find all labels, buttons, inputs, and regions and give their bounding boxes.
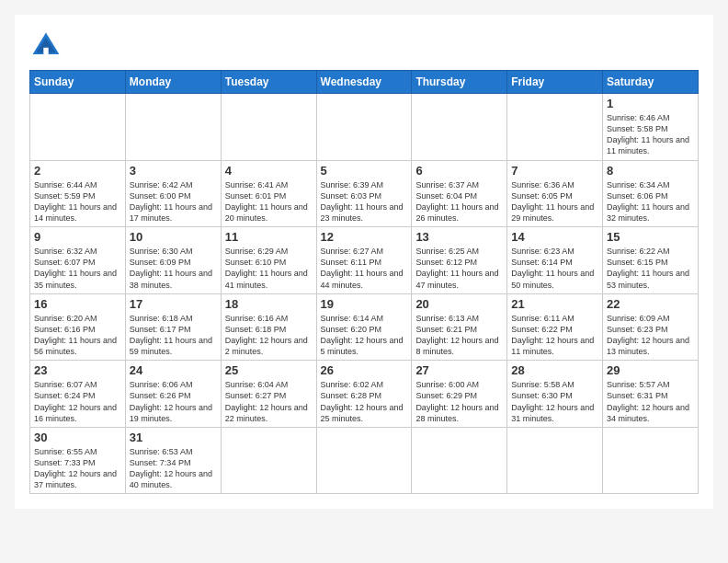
day-info: Sunrise: 6:55 AM Sunset: 7:33 PM Dayligh… xyxy=(34,446,121,491)
day-info: Sunrise: 6:44 AM Sunset: 5:59 PM Dayligh… xyxy=(34,179,121,224)
calendar-cell: 31Sunrise: 6:53 AM Sunset: 7:34 PM Dayli… xyxy=(125,427,221,494)
weekday-header-wednesday: Wednesday xyxy=(316,71,412,94)
day-info: Sunrise: 6:18 AM Sunset: 6:17 PM Dayligh… xyxy=(130,313,217,358)
day-number: 15 xyxy=(607,230,694,244)
calendar-week-row: 9Sunrise: 6:32 AM Sunset: 6:07 PM Daylig… xyxy=(30,227,699,294)
calendar-cell: 23Sunrise: 6:07 AM Sunset: 6:24 PM Dayli… xyxy=(30,361,126,428)
day-number: 23 xyxy=(34,363,121,377)
calendar-cell: 20Sunrise: 6:13 AM Sunset: 6:21 PM Dayli… xyxy=(412,293,507,361)
day-number: 7 xyxy=(511,164,598,178)
calendar-cell: 18Sunrise: 6:16 AM Sunset: 6:18 PM Dayli… xyxy=(221,293,316,361)
day-number: 24 xyxy=(130,363,217,377)
day-info: Sunrise: 6:22 AM Sunset: 6:15 PM Dayligh… xyxy=(607,246,694,291)
calendar-cell: 26Sunrise: 6:02 AM Sunset: 6:28 PM Dayli… xyxy=(316,361,412,428)
calendar-cell: 28Sunrise: 5:58 AM Sunset: 6:30 PM Dayli… xyxy=(507,361,603,428)
day-info: Sunrise: 6:32 AM Sunset: 6:07 PM Dayligh… xyxy=(34,246,121,291)
day-number: 2 xyxy=(34,164,121,178)
day-number: 3 xyxy=(130,164,217,178)
day-number: 26 xyxy=(321,363,408,377)
calendar-cell xyxy=(221,94,316,161)
day-info: Sunrise: 6:41 AM Sunset: 6:01 PM Dayligh… xyxy=(225,179,313,224)
day-info: Sunrise: 6:02 AM Sunset: 6:28 PM Dayligh… xyxy=(321,379,408,424)
day-number: 14 xyxy=(511,230,598,244)
weekday-header-tuesday: Tuesday xyxy=(221,71,316,94)
calendar-cell: 7Sunrise: 6:36 AM Sunset: 6:05 PM Daylig… xyxy=(507,160,603,227)
calendar-cell: 16Sunrise: 6:20 AM Sunset: 6:16 PM Dayli… xyxy=(30,293,126,361)
day-number: 11 xyxy=(225,230,313,244)
weekday-header-sunday: Sunday xyxy=(30,71,126,94)
calendar-cell: 21Sunrise: 6:11 AM Sunset: 6:22 PM Dayli… xyxy=(507,293,603,361)
day-info: Sunrise: 6:14 AM Sunset: 6:20 PM Dayligh… xyxy=(321,313,408,358)
calendar-week-row: 1Sunrise: 6:46 AM Sunset: 5:58 PM Daylig… xyxy=(30,94,699,161)
day-number: 28 xyxy=(511,363,598,377)
calendar-cell: 5Sunrise: 6:39 AM Sunset: 6:03 PM Daylig… xyxy=(316,160,412,227)
calendar-cell xyxy=(316,94,412,161)
calendar-cell: 4Sunrise: 6:41 AM Sunset: 6:01 PM Daylig… xyxy=(221,160,316,227)
calendar-cell: 14Sunrise: 6:23 AM Sunset: 6:14 PM Dayli… xyxy=(507,227,603,294)
calendar-cell: 17Sunrise: 6:18 AM Sunset: 6:17 PM Dayli… xyxy=(125,293,221,361)
day-info: Sunrise: 6:36 AM Sunset: 6:05 PM Dayligh… xyxy=(511,179,598,224)
calendar-cell: 2Sunrise: 6:44 AM Sunset: 5:59 PM Daylig… xyxy=(30,160,126,227)
day-number: 25 xyxy=(225,363,313,377)
calendar-week-row: 23Sunrise: 6:07 AM Sunset: 6:24 PM Dayli… xyxy=(30,361,699,428)
calendar-cell: 19Sunrise: 6:14 AM Sunset: 6:20 PM Dayli… xyxy=(316,293,412,361)
calendar-cell xyxy=(412,94,507,161)
day-number: 8 xyxy=(607,164,694,178)
day-info: Sunrise: 6:09 AM Sunset: 6:23 PM Dayligh… xyxy=(607,313,694,358)
calendar-cell: 25Sunrise: 6:04 AM Sunset: 6:27 PM Dayli… xyxy=(221,361,316,428)
day-info: Sunrise: 6:11 AM Sunset: 6:22 PM Dayligh… xyxy=(511,313,598,358)
day-info: Sunrise: 6:42 AM Sunset: 6:00 PM Dayligh… xyxy=(130,179,217,224)
calendar-cell: 10Sunrise: 6:30 AM Sunset: 6:09 PM Dayli… xyxy=(125,227,221,294)
calendar-page: SundayMondayTuesdayWednesdayThursdayFrid… xyxy=(15,15,713,509)
day-info: Sunrise: 6:37 AM Sunset: 6:04 PM Dayligh… xyxy=(415,179,503,224)
day-number: 21 xyxy=(511,297,598,311)
day-number: 20 xyxy=(415,297,503,311)
day-number: 30 xyxy=(34,431,121,444)
day-info: Sunrise: 6:30 AM Sunset: 6:09 PM Dayligh… xyxy=(130,246,217,291)
calendar-cell xyxy=(412,427,507,494)
day-info: Sunrise: 6:04 AM Sunset: 6:27 PM Dayligh… xyxy=(225,379,313,424)
day-number: 1 xyxy=(607,97,694,110)
calendar-cell: 11Sunrise: 6:29 AM Sunset: 6:10 PM Dayli… xyxy=(221,227,316,294)
weekday-header-monday: Monday xyxy=(125,71,221,94)
calendar-cell: 3Sunrise: 6:42 AM Sunset: 6:00 PM Daylig… xyxy=(125,160,221,227)
calendar-cell: 24Sunrise: 6:06 AM Sunset: 6:26 PM Dayli… xyxy=(125,361,221,428)
logo-icon xyxy=(29,29,63,63)
calendar-cell: 22Sunrise: 6:09 AM Sunset: 6:23 PM Dayli… xyxy=(603,293,699,361)
day-number: 10 xyxy=(130,230,217,244)
calendar-week-row: 16Sunrise: 6:20 AM Sunset: 6:16 PM Dayli… xyxy=(30,293,699,361)
day-info: Sunrise: 6:39 AM Sunset: 6:03 PM Dayligh… xyxy=(321,179,408,224)
calendar-cell: 27Sunrise: 6:00 AM Sunset: 6:29 PM Dayli… xyxy=(412,361,507,428)
day-number: 9 xyxy=(34,230,121,244)
calendar-cell: 13Sunrise: 6:25 AM Sunset: 6:12 PM Dayli… xyxy=(412,227,507,294)
calendar-cell xyxy=(30,94,126,161)
calendar-week-row: 30Sunrise: 6:55 AM Sunset: 7:33 PM Dayli… xyxy=(30,427,699,494)
calendar-cell xyxy=(507,427,603,494)
day-info: Sunrise: 6:29 AM Sunset: 6:10 PM Dayligh… xyxy=(225,246,313,291)
day-number: 16 xyxy=(34,297,121,311)
weekday-header-friday: Friday xyxy=(507,71,603,94)
day-info: Sunrise: 6:00 AM Sunset: 6:29 PM Dayligh… xyxy=(415,379,503,424)
svg-rect-2 xyxy=(43,48,48,54)
calendar-cell: 29Sunrise: 5:57 AM Sunset: 6:31 PM Dayli… xyxy=(603,361,699,428)
day-number: 19 xyxy=(321,297,408,311)
weekday-header-row: SundayMondayTuesdayWednesdayThursdayFrid… xyxy=(30,71,699,94)
day-number: 22 xyxy=(607,297,694,311)
calendar-table: SundayMondayTuesdayWednesdayThursdayFrid… xyxy=(29,70,699,494)
calendar-cell xyxy=(507,94,603,161)
day-info: Sunrise: 6:34 AM Sunset: 6:06 PM Dayligh… xyxy=(607,179,694,224)
day-info: Sunrise: 6:46 AM Sunset: 5:58 PM Dayligh… xyxy=(607,112,694,157)
calendar-cell: 8Sunrise: 6:34 AM Sunset: 6:06 PM Daylig… xyxy=(603,160,699,227)
calendar-cell xyxy=(221,427,316,494)
day-number: 29 xyxy=(607,363,694,377)
day-info: Sunrise: 6:07 AM Sunset: 6:24 PM Dayligh… xyxy=(34,379,121,424)
calendar-cell xyxy=(603,427,699,494)
day-info: Sunrise: 6:25 AM Sunset: 6:12 PM Dayligh… xyxy=(415,246,503,291)
calendar-cell xyxy=(316,427,412,494)
day-info: Sunrise: 6:27 AM Sunset: 6:11 PM Dayligh… xyxy=(321,246,408,291)
day-number: 12 xyxy=(321,230,408,244)
calendar-cell: 30Sunrise: 6:55 AM Sunset: 7:33 PM Dayli… xyxy=(30,427,126,494)
day-info: Sunrise: 6:53 AM Sunset: 7:34 PM Dayligh… xyxy=(130,446,217,491)
day-info: Sunrise: 6:06 AM Sunset: 6:26 PM Dayligh… xyxy=(130,379,217,424)
day-number: 13 xyxy=(415,230,503,244)
